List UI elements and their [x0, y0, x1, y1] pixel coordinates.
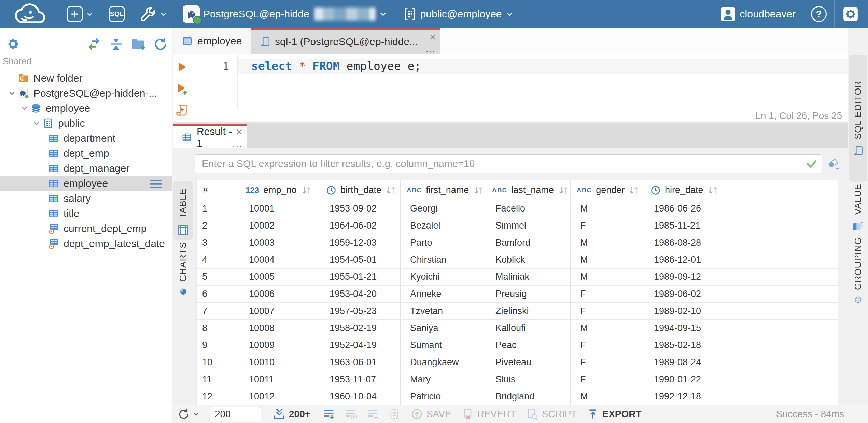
column-header-emp_no[interactable]: 123emp_no	[239, 180, 320, 200]
row-number[interactable]: 12	[197, 388, 239, 405]
revert-button[interactable]: REVERT	[462, 408, 516, 420]
help-button[interactable]: ?	[803, 0, 834, 28]
execute-script-button[interactable]	[176, 104, 188, 116]
grid-cell[interactable]: 10002	[239, 217, 320, 234]
grid-cell[interactable]: Anneke	[401, 286, 486, 302]
schema-selector[interactable]: public@employee	[395, 0, 521, 28]
row-number[interactable]: 8	[197, 320, 239, 337]
new-object-button[interactable]	[59, 0, 101, 28]
expander-chevron-icon[interactable]	[18, 103, 30, 114]
sort-arrows-icon[interactable]	[301, 186, 312, 195]
row-limit-input[interactable]	[210, 407, 261, 421]
grid-cell[interactable]: 1985-02-18	[644, 337, 722, 354]
sort-arrows-icon[interactable]	[629, 186, 640, 195]
grid-cell[interactable]: 1953-09-02	[320, 200, 401, 217]
tab-menu-dots[interactable]: ...	[426, 45, 436, 52]
connection-selector[interactable]: PostgreSQL@ep-hidde	[175, 0, 395, 28]
grid-cell[interactable]: F	[571, 217, 644, 234]
grid-cell[interactable]: Piveteau	[486, 354, 571, 371]
grid-cell[interactable]: 10005	[239, 269, 320, 285]
export-button[interactable]: EXPORT	[587, 408, 641, 420]
tab-menu-dots[interactable]: ...	[233, 141, 242, 148]
grid-cell[interactable]: 1986-06-26	[644, 200, 722, 217]
result-filter-input[interactable]	[195, 154, 822, 173]
row-number[interactable]: 4	[197, 251, 239, 268]
column-header-birth_date[interactable]: birth_date	[320, 180, 401, 200]
user-menu[interactable]: cloudbeaver	[712, 0, 803, 28]
delete-row-button[interactable]	[366, 408, 379, 420]
grid-cell[interactable]: 1990-01-22	[644, 371, 722, 388]
grid-cell[interactable]: 10007	[239, 303, 320, 319]
grid-cell[interactable]: Bezalel	[401, 217, 486, 234]
new-folder-button[interactable]	[130, 36, 146, 52]
grid-cell[interactable]: 1954-05-01	[320, 251, 401, 268]
row-number[interactable]: 6	[197, 286, 239, 302]
grid-cell[interactable]: 10009	[239, 337, 320, 354]
tree-item-department[interactable]: department	[0, 131, 172, 146]
tree-item-dept-emp-latest-date[interactable]: dept_emp_latest_date	[0, 236, 172, 251]
grid-cell[interactable]: 10004	[239, 251, 320, 268]
grid-cell[interactable]: 1989-08-24	[644, 354, 722, 371]
grid-cell[interactable]: F	[571, 286, 644, 302]
row-number[interactable]: 9	[197, 337, 239, 354]
grid-cell[interactable]: 1992-12-18	[644, 388, 722, 405]
tree-item-new-folder[interactable]: New folder	[0, 71, 172, 86]
link-with-editor-button[interactable]	[86, 36, 102, 52]
sort-arrows-icon[interactable]	[708, 186, 718, 195]
grid-cell[interactable]: 1989-02-10	[644, 303, 722, 319]
grid-cell[interactable]: 1952-04-19	[320, 337, 401, 354]
open-sql-editor-button[interactable]: SQL	[101, 0, 132, 28]
grid-cell[interactable]: Parto	[401, 234, 486, 251]
row-number[interactable]: 1	[197, 200, 239, 217]
tree-item-dept-emp[interactable]: dept_emp	[0, 146, 172, 161]
grid-cell[interactable]: Saniya	[401, 320, 486, 337]
add-row-button[interactable]	[323, 408, 335, 420]
tree-item-salary[interactable]: salary	[0, 191, 172, 206]
grid-cell[interactable]: 1986-12-01	[644, 251, 722, 268]
grid-cell[interactable]: 10008	[239, 320, 320, 337]
editor-tab-employee[interactable]: employee	[173, 28, 251, 54]
sort-arrows-icon[interactable]	[473, 186, 484, 195]
column-header-gender[interactable]: ABCgender	[571, 180, 644, 200]
grid-cell[interactable]: Bamford	[486, 234, 571, 251]
grid-cell[interactable]: 10011	[239, 371, 320, 388]
grid-cell[interactable]: Mary	[401, 371, 486, 388]
grid-cell[interactable]: 1960-10-04	[320, 388, 401, 405]
column-header-first_name[interactable]: ABCfirst_name	[401, 180, 486, 200]
grid-cell[interactable]: F	[571, 371, 644, 388]
grid-cell[interactable]: M	[571, 251, 644, 268]
presentation-tab-charts[interactable]: CHARTS	[173, 242, 193, 299]
grid-cell[interactable]: F	[571, 303, 644, 319]
grid-cell[interactable]: Koblick	[486, 251, 571, 268]
grid-cell[interactable]: M	[571, 269, 644, 285]
save-button[interactable]: SAVE	[411, 408, 451, 420]
grid-cell[interactable]: Sluis	[486, 371, 571, 388]
grid-cell[interactable]: 10012	[239, 388, 320, 405]
grid-cell[interactable]: Maliniak	[486, 269, 571, 285]
execute-new-tab-button[interactable]	[176, 83, 189, 96]
refresh-tree-button[interactable]	[153, 37, 168, 52]
grid-cell[interactable]: 10006	[239, 286, 320, 302]
tab-value[interactable]: VALUE	[849, 183, 867, 235]
refresh-result-button[interactable]	[178, 408, 199, 420]
grid-cell[interactable]: 1958-02-19	[320, 320, 401, 337]
grid-cell[interactable]: 10003	[239, 234, 320, 251]
column-header-last_name[interactable]: ABClast_name	[486, 180, 571, 200]
tree-item-title[interactable]: title	[0, 206, 172, 221]
grid-cell[interactable]: 1957-05-23	[320, 303, 401, 319]
expander-chevron-icon[interactable]	[6, 87, 18, 99]
grid-cell[interactable]: M	[571, 234, 644, 251]
grid-cell[interactable]: Tzvetan	[401, 303, 486, 319]
row-number[interactable]: 2	[197, 217, 239, 234]
grid-cell[interactable]: 1953-11-07	[320, 371, 401, 388]
grid-cell[interactable]: Sumant	[401, 337, 486, 354]
grid-cell[interactable]: Chirstian	[401, 251, 486, 268]
tab-result-1[interactable]: Result - 1 ...	[173, 124, 247, 148]
grid-cell[interactable]: Simmel	[486, 217, 571, 234]
grid-cell[interactable]: Patricio	[401, 388, 486, 405]
grid-cell[interactable]: 1986-08-28	[644, 234, 722, 251]
item-menu-icon[interactable]	[149, 179, 163, 188]
sql-code-line[interactable]: select*FROMemployee e;	[251, 59, 421, 74]
row-number[interactable]: 5	[197, 269, 239, 285]
grid-cell[interactable]: F	[571, 354, 644, 371]
